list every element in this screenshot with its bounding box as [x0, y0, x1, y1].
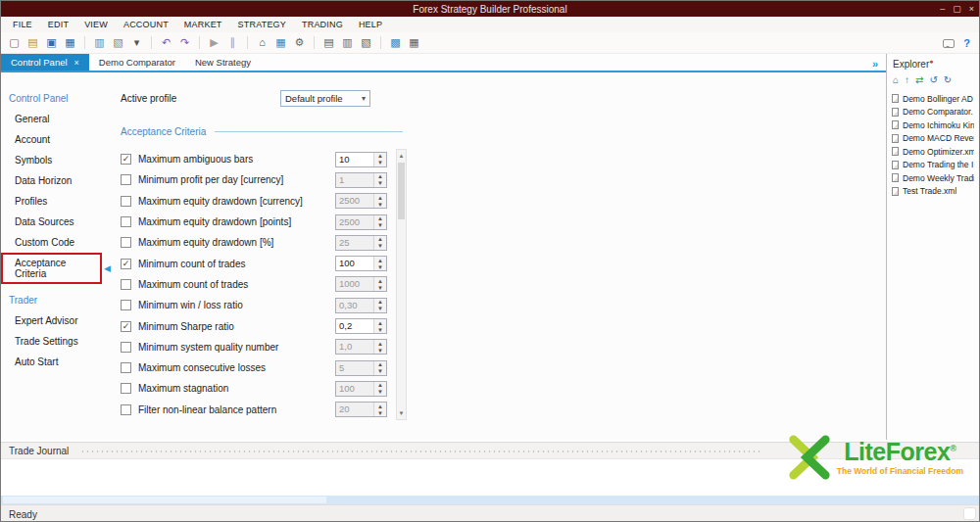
spinner-down-icon[interactable]: ▼: [374, 222, 386, 229]
checkbox[interactable]: [121, 216, 131, 227]
checkbox[interactable]: ✓: [121, 154, 131, 165]
menu-item-edit[interactable]: EDIT: [40, 18, 76, 31]
menu-item-file[interactable]: FILE: [5, 18, 40, 31]
play-icon[interactable]: ▶: [206, 34, 222, 51]
back-icon[interactable]: ↺: [929, 75, 937, 85]
gear-icon[interactable]: ⚙: [291, 34, 308, 51]
indicators-grid-icon[interactable]: ▦: [272, 34, 289, 51]
tab-new-strategy[interactable]: New Strategy: [185, 54, 261, 71]
spinner-value[interactable]: 10: [336, 153, 373, 166]
menu-item-strategy[interactable]: STRATEGY: [230, 18, 294, 31]
checkbox[interactable]: [121, 196, 131, 207]
calculator-icon[interactable]: ▦: [406, 34, 422, 51]
spinner-up-icon[interactable]: ▲: [374, 173, 386, 180]
checkbox[interactable]: [121, 404, 131, 415]
spinner-value[interactable]: 100: [336, 257, 373, 270]
spinner-down-icon[interactable]: ▼: [374, 368, 386, 375]
explorer-file-item[interactable]: Demo MACD Rever: [892, 132, 974, 145]
copy-strategy-icon[interactable]: ▧: [110, 34, 126, 51]
explorer-file-item[interactable]: Test Trade.xml: [892, 185, 974, 198]
checkbox[interactable]: ✓: [121, 259, 131, 269]
sidebar-item-general[interactable]: General: [1, 109, 109, 129]
horizontal-scrollbar[interactable]: [1, 496, 979, 504]
explorer-file-item[interactable]: Demo Comparator.: [892, 106, 974, 119]
home-icon[interactable]: ⌂: [254, 34, 270, 51]
explorer-file-item[interactable]: Demo Ichimoku Kin: [892, 119, 974, 131]
refresh-icon[interactable]: ⇄: [915, 75, 923, 85]
feedback-bubble-icon[interactable]: [943, 39, 955, 48]
menu-item-help[interactable]: HELP: [351, 18, 390, 31]
checkbox[interactable]: [121, 174, 131, 185]
menu-item-trading[interactable]: TRADING: [294, 18, 351, 31]
spinner-value[interactable]: 0,30: [336, 299, 373, 312]
home-icon[interactable]: ⌂: [893, 75, 899, 85]
explorer-file-item[interactable]: Demo Weekly Tradi: [892, 171, 974, 184]
spinner-value[interactable]: 0,2: [336, 319, 373, 333]
menu-item-market[interactable]: MARKET: [176, 18, 230, 31]
spinner-up-icon[interactable]: ▲: [374, 382, 386, 389]
spinner-value[interactable]: 1000: [336, 277, 373, 291]
spinner-down-icon[interactable]: ▼: [374, 347, 386, 354]
spinner-down-icon[interactable]: ▼: [374, 326, 386, 333]
spinner-up-icon[interactable]: ▲: [374, 194, 386, 201]
new-document-icon[interactable]: ▢: [6, 34, 23, 51]
journal-list-icon[interactable]: ▤: [320, 34, 337, 51]
explorer-file-item[interactable]: Demo Bollinger AD: [892, 92, 974, 105]
splitter-grip[interactable]: [80, 449, 760, 452]
spinner-down-icon[interactable]: ▼: [374, 160, 386, 166]
sidebar-item-custom-code[interactable]: Custom Code: [1, 232, 109, 253]
spinner-value[interactable]: 1,0: [336, 340, 373, 354]
spinner-up-icon[interactable]: ▲: [374, 277, 386, 284]
spinner-down-icon[interactable]: ▼: [374, 180, 386, 187]
checkbox[interactable]: ✓: [121, 321, 131, 332]
spinner-down-icon[interactable]: ▼: [374, 284, 386, 291]
sidebar-item-data-horizon[interactable]: Data Horizon: [1, 170, 109, 191]
spinner-up-icon[interactable]: ▲: [374, 319, 386, 326]
spinner-value[interactable]: 2500: [336, 194, 373, 208]
spinner-value[interactable]: 1: [336, 173, 373, 187]
maximize-button[interactable]: ▢: [953, 4, 961, 14]
tab-overflow-icon[interactable]: »: [872, 58, 878, 70]
spinner-up-icon[interactable]: ▲: [374, 403, 386, 409]
checkbox[interactable]: [121, 362, 131, 373]
criteria-scrollbar[interactable]: ▲ ▼: [396, 149, 407, 420]
checkbox[interactable]: [121, 383, 131, 394]
close-button[interactable]: ×: [969, 4, 974, 14]
explorer-file-item[interactable]: Demo Trading the I: [892, 159, 974, 171]
spinner-down-icon[interactable]: ▼: [374, 409, 386, 416]
explorer-file-item[interactable]: Demo Optimizer.xml: [892, 145, 974, 158]
spinner-up-icon[interactable]: ▲: [374, 236, 386, 243]
sidebar-item-profiles[interactable]: Profiles: [1, 191, 109, 212]
dropdown-caret-icon[interactable]: ▾: [128, 34, 145, 51]
menu-item-view[interactable]: VIEW: [76, 18, 116, 31]
spinner-up-icon[interactable]: ▲: [374, 257, 386, 263]
spinner-value[interactable]: 100: [336, 382, 373, 396]
checkbox[interactable]: [121, 300, 131, 310]
spinner-down-icon[interactable]: ▼: [374, 243, 386, 250]
spinner-up-icon[interactable]: ▲: [374, 215, 386, 222]
sidebar-item-symbols[interactable]: Symbols: [1, 150, 109, 170]
spinner-up-icon[interactable]: ▲: [374, 153, 386, 160]
layout-icon[interactable]: ▧: [358, 34, 374, 51]
checkbox[interactable]: [121, 237, 131, 248]
active-profile-select[interactable]: Default profile ▾: [280, 90, 370, 107]
scroll-up-icon[interactable]: ▲: [399, 150, 405, 162]
spinner-value[interactable]: 25: [336, 236, 373, 250]
scroll-down-icon[interactable]: ▼: [399, 407, 405, 419]
save-icon[interactable]: ▣: [43, 34, 60, 51]
spinner-up-icon[interactable]: ▲: [374, 361, 386, 368]
account-table-icon[interactable]: ▥: [339, 34, 356, 51]
redo-icon[interactable]: ↷: [176, 34, 193, 51]
spinner-up-icon[interactable]: ▲: [374, 299, 386, 306]
spinner-down-icon[interactable]: ▼: [374, 306, 386, 312]
spinner-value[interactable]: 20: [336, 403, 373, 416]
sidebar-item-acceptance-criteria[interactable]: Acceptance Criteria◀: [1, 253, 102, 284]
undo-icon[interactable]: ↶: [158, 34, 174, 51]
open-folder-icon[interactable]: ▤: [24, 34, 41, 51]
scrollbar-thumb[interactable]: [398, 163, 405, 219]
minimize-button[interactable]: –: [940, 4, 945, 14]
spinner-down-icon[interactable]: ▼: [374, 263, 386, 270]
tab-demo-comparator[interactable]: Demo Comparator: [89, 54, 185, 71]
checkbox[interactable]: [121, 342, 131, 353]
sidebar-item-trade-settings[interactable]: Trade Settings: [1, 331, 109, 352]
